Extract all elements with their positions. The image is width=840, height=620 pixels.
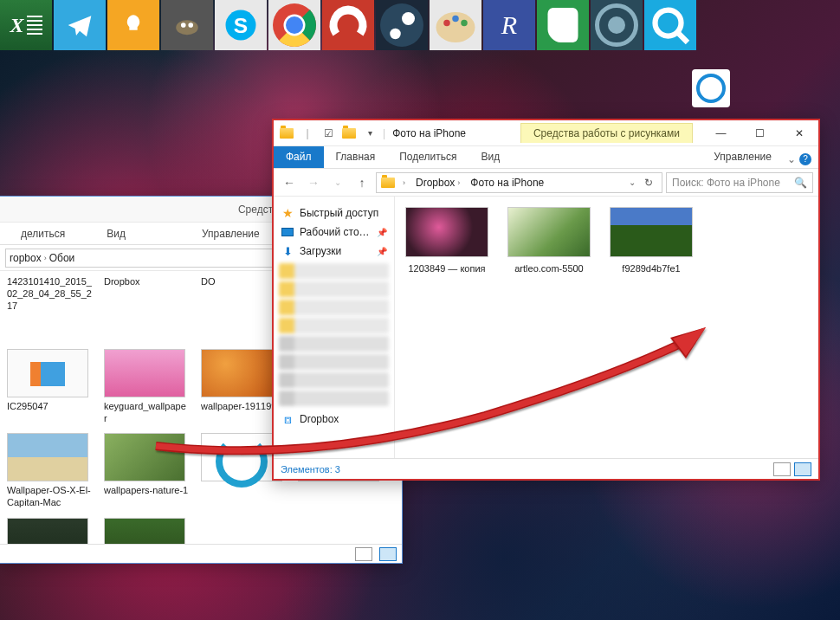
nav-blurred-item: [279, 372, 389, 388]
tab-share[interactable]: делиться: [9, 223, 77, 244]
file-item[interactable]: Wallpaper-OS-X-El-Capitan-Mac: [7, 433, 92, 509]
qat-dropdown-icon[interactable]: ▾: [362, 126, 378, 141]
tab-file[interactable]: Файл: [274, 146, 324, 168]
dock-paint[interactable]: [430, 0, 481, 50]
thumbnail: [7, 349, 88, 397]
tab-manage[interactable]: Управление: [190, 223, 272, 244]
explorer-window-front[interactable]: | ☑ ▾ | Фото на iPhone Средства работы с…: [272, 119, 820, 481]
breadcrumb-seg[interactable]: Обои: [49, 252, 75, 264]
dock-camera[interactable]: [591, 0, 643, 50]
breadcrumb-seg[interactable]: ropbox: [10, 252, 42, 264]
nav-history-button[interactable]: ⌄: [327, 172, 348, 193]
pin-icon: 📌: [377, 247, 387, 256]
nav-quick-access[interactable]: ★ Быстрый доступ: [277, 203, 391, 223]
tab-manage[interactable]: Управление: [701, 146, 784, 168]
file-item[interactable]: 1423101410_2015_02_28_04_28_55_217: [7, 276, 92, 340]
thumbnail: [405, 207, 488, 257]
svg-point-15: [452, 16, 459, 23]
refresh-icon[interactable]: ↻: [639, 177, 658, 189]
dock-telegram[interactable]: [54, 0, 106, 50]
svg-point-0: [176, 20, 198, 35]
nav-downloads[interactable]: ⬇ Загрузки 📌: [277, 242, 391, 261]
nav-blurred-item: [279, 336, 389, 352]
nav-blurred-item: [279, 354, 389, 370]
ribbon-toggle-icon[interactable]: ⌄: [787, 153, 796, 165]
dock-excel[interactable]: X: [0, 0, 52, 50]
download-icon: ⬇: [281, 244, 294, 258]
tab-share[interactable]: Поделиться: [387, 146, 468, 168]
tab-home[interactable]: Главная: [324, 146, 388, 168]
nav-back-button[interactable]: ←: [279, 172, 300, 193]
dock-search[interactable]: [644, 0, 696, 50]
nav-dropbox[interactable]: ⧈ Dropbox: [277, 410, 391, 429]
item-count: Элементов: 3: [281, 464, 340, 475]
svg-point-10: [380, 3, 423, 47]
nav-blurred-item: [279, 391, 389, 406]
titlebar[interactable]: | ☑ ▾ | Фото на iPhone Средства работы с…: [274, 120, 818, 146]
star-icon: ★: [281, 206, 294, 220]
thumbnail: [7, 518, 88, 544]
dock-keep[interactable]: [107, 0, 159, 50]
file-item[interactable]: artleo.com-5500: [506, 207, 592, 274]
nav-desktop[interactable]: Рабочий сто… 📌: [277, 223, 391, 242]
view-details-icon[interactable]: [355, 547, 372, 561]
svg-point-18: [608, 16, 625, 34]
search-input[interactable]: Поиск: Фото на iPhone 🔍: [666, 172, 813, 193]
picture-tools-tab[interactable]: Средства работы с рисунками: [520, 123, 693, 143]
dock-gimp[interactable]: [161, 0, 213, 50]
window-title: Фото на iPhone: [392, 127, 466, 139]
nav-blurred-item: [279, 318, 389, 333]
ribbon-tabs: Файл Главная Поделиться Вид Управление ⌄…: [274, 146, 818, 169]
file-item[interactable]: Dropbox: [104, 276, 189, 340]
dock-evernote[interactable]: [537, 0, 589, 50]
file-item[interactable]: [7, 518, 92, 544]
dock-revo[interactable]: R: [483, 0, 535, 50]
file-item[interactable]: f9289d4b7fe1: [608, 207, 695, 274]
nav-pane: ★ Быстрый доступ Рабочий сто… 📌 ⬇ Загруз…: [274, 197, 395, 458]
tab-view[interactable]: Вид: [468, 146, 512, 168]
dock-chrome[interactable]: [268, 0, 320, 50]
view-thumbnails-icon[interactable]: [379, 547, 397, 561]
thumbnail: [104, 433, 185, 481]
help-icon[interactable]: ?: [799, 153, 811, 165]
minimize-button[interactable]: —: [701, 120, 740, 146]
file-item[interactable]: [104, 518, 189, 544]
desktop-shortcut[interactable]: [688, 69, 734, 107]
file-item[interactable]: wallpapers-nature-1: [104, 433, 189, 509]
file-item[interactable]: keyguard_wallpaper: [104, 349, 189, 425]
qat-check-icon[interactable]: ☑: [320, 126, 336, 141]
nav-blurred-item: [279, 263, 389, 279]
folder-icon: [279, 126, 294, 141]
svg-point-16: [461, 20, 468, 27]
svg-point-14: [443, 20, 450, 27]
view-thumbnails-icon[interactable]: [794, 462, 811, 476]
svg-point-1: [181, 23, 186, 28]
thumbnail: [104, 518, 185, 544]
svg-point-12: [390, 29, 401, 40]
dock-spartan[interactable]: [322, 0, 374, 50]
svg-text:S: S: [234, 14, 248, 37]
dock-steam[interactable]: [376, 0, 428, 50]
dock: X S R: [0, 0, 840, 50]
dock-skype[interactable]: S: [215, 0, 267, 50]
nav-blurred-item: [279, 281, 389, 297]
svg-line-20: [677, 32, 688, 43]
breadcrumb-seg[interactable]: Фото на iPhone: [467, 177, 547, 189]
nav-forward-button[interactable]: →: [303, 172, 324, 193]
maximize-button[interactable]: ☐: [740, 120, 779, 146]
address-bar[interactable]: › Dropbox› Фото на iPhone ⌄ ↻: [376, 172, 662, 193]
view-details-icon[interactable]: [773, 462, 791, 476]
thumbnail: [7, 433, 88, 481]
file-item[interactable]: IC295047: [7, 349, 92, 425]
window-controls: — ☐ ✕: [701, 120, 818, 146]
nav-up-button[interactable]: ↑: [352, 172, 372, 193]
breadcrumb-seg[interactable]: Dropbox›: [412, 177, 463, 189]
file-item[interactable]: 1203849 — копия: [404, 207, 490, 274]
close-button[interactable]: ✕: [779, 120, 818, 146]
thumbnail: [201, 433, 282, 481]
folder-icon: [341, 126, 357, 141]
tab-view[interactable]: Вид: [94, 223, 138, 244]
quick-access-toolbar: | ☑ ▾ |: [279, 126, 385, 141]
qat-sep: |: [300, 126, 315, 141]
thumbnail: [610, 207, 693, 257]
